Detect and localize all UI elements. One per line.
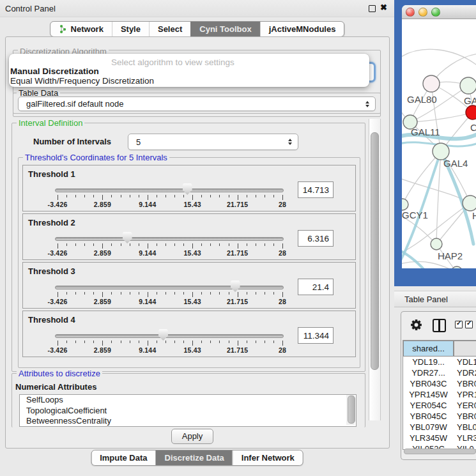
table-cell: YPR145W (403, 390, 454, 399)
network-node-h[interactable] (463, 196, 476, 211)
slider-thumb[interactable] (231, 280, 240, 292)
slider-tick-label: 9.144 (139, 249, 156, 257)
table-row[interactable]: YLR345WYLR3 (403, 433, 476, 443)
tab-label: Select (158, 24, 182, 34)
table-row[interactable]: YDR27...YDR2 (403, 367, 476, 378)
network-node-c[interactable] (466, 105, 476, 119)
table-column-header[interactable]: shared... (403, 341, 454, 357)
network-node-gal80[interactable] (423, 75, 440, 92)
apply-button[interactable]: Apply (171, 429, 213, 444)
number-of-intervals-value: 5 (136, 137, 141, 147)
slider-tick (238, 195, 238, 200)
slider-tick-label: -3.426 (48, 201, 68, 208)
attribute-list-item[interactable]: BetweennessCentrality (20, 416, 356, 427)
table-cell: YLR3 (454, 433, 476, 443)
network-window-titlebar (402, 5, 476, 19)
tab-select[interactable]: Select (149, 22, 190, 36)
slider-tick (157, 195, 157, 197)
table-row[interactable]: YBL079WYBL0 (403, 422, 476, 433)
popup-option-equal-width-frequency[interactable]: Equal Width/Frequency Discretization (10, 76, 154, 86)
table-cell: YBL0 (454, 422, 476, 432)
columns-icon[interactable] (433, 319, 446, 332)
slider-track[interactable] (55, 237, 284, 241)
table-cell: YBL079W (403, 422, 454, 432)
numerical-attributes-list[interactable]: SelfLoopsTopologicalCoefficientBetweenne… (19, 394, 357, 427)
table-column-header[interactable]: n (454, 341, 476, 357)
attribute-list-item[interactable]: TopologicalCoefficient (20, 406, 356, 417)
close-traffic-icon[interactable] (406, 8, 415, 17)
table-cell: YLR345W (403, 433, 454, 443)
slider-tick (102, 341, 103, 346)
combo-stepper-icon (288, 139, 292, 145)
network-node-hap2[interactable] (431, 238, 442, 250)
slider-tick (58, 292, 58, 297)
mode-tab-infer-network[interactable]: Infer Network (233, 450, 303, 465)
threshold-label: Threshold 3 (28, 266, 75, 276)
close-icon[interactable]: ✖ (380, 3, 387, 12)
minimize-traffic-icon[interactable] (418, 8, 427, 17)
network-node-label: GAL80 (407, 94, 437, 105)
gear-icon[interactable] (410, 318, 423, 332)
control-panel-titlebar (0, 0, 394, 17)
table-row[interactable]: YPR145WYPR1 (403, 389, 476, 400)
list-scrollbar-thumb[interactable] (348, 395, 355, 424)
table-hscrollbar-thumb[interactable] (404, 449, 476, 454)
network-node-gcy1[interactable] (402, 199, 408, 210)
slider-tick-label: 21.715 (227, 201, 248, 208)
table-row[interactable]: YDL19...YDL1 (403, 357, 476, 367)
threshold-value-field[interactable]: 14.713 (298, 181, 334, 198)
threshold-value-field[interactable]: 11.344 (298, 327, 334, 344)
network-node-ga[interactable] (460, 77, 476, 94)
slider-tick (102, 243, 103, 249)
network-node-label: GA (464, 95, 476, 106)
slider-track[interactable] (55, 334, 284, 338)
popup-option-manual-discretization[interactable]: Manual Discretization (10, 66, 99, 76)
attribute-list-item[interactable]: SelfLoops (20, 395, 356, 406)
slider-track[interactable] (55, 286, 284, 289)
slider-tick (102, 195, 103, 200)
checkbox-icon[interactable]: ✓ (455, 321, 463, 328)
tab-cyni-toolbox[interactable]: Cyni Toolbox (190, 22, 259, 36)
table-row[interactable]: YBR043CYBR0 (403, 378, 476, 389)
network-canvas[interactable]: GAL80GACGAL11GAL4GCY1HHAP2 (402, 19, 476, 268)
slider-tick (139, 292, 139, 295)
slider-thumb[interactable] (123, 232, 132, 243)
slider-tick-label: 21.715 (227, 249, 248, 257)
checkbox-icon[interactable]: ✓ (465, 321, 473, 328)
slider-tick-label: 9.144 (139, 346, 156, 354)
bottom-tab-bar: Impute DataDiscretize DataInfer Network (91, 450, 303, 466)
slider-tick-label: 28 (279, 298, 286, 305)
network-node-label: GAL4 (443, 158, 468, 169)
number-of-intervals-combo[interactable]: 5 (128, 134, 298, 150)
slider-tick (66, 195, 67, 197)
slider-tick (256, 341, 256, 343)
slider-thumb[interactable] (158, 329, 168, 341)
slider-thumb[interactable] (183, 183, 192, 195)
select-columns-icons[interactable]: ✓ ✓ (455, 321, 473, 328)
mode-tab-discretize-data[interactable]: Discretize Data (156, 450, 233, 465)
zoom-traffic-icon[interactable] (431, 8, 440, 17)
tab-jactivemnodules[interactable]: jActiveMNodules (260, 22, 344, 36)
threshold-label: Threshold 4 (28, 315, 75, 325)
slider-tick (165, 195, 166, 197)
threshold-value-field[interactable]: 21.4 (298, 279, 334, 295)
slider-tick (121, 243, 121, 246)
slider-track[interactable] (55, 188, 284, 192)
table-data-combo[interactable]: galFiltered.sif default node (18, 96, 376, 111)
tab-style[interactable]: Style (112, 22, 149, 36)
threshold-panel: Threshold 3-3.4262.8599.14415.4321.71528… (22, 262, 356, 309)
content-scrollbar-thumb[interactable] (371, 132, 379, 370)
tab-network[interactable]: Network (50, 22, 112, 36)
slider-tick (139, 243, 139, 246)
threshold-value-field[interactable]: 6.316 (298, 230, 334, 247)
slider-tick (219, 243, 220, 246)
table-row[interactable]: YBR045CYBR0 (403, 411, 476, 422)
slider-tick-label: 28 (279, 201, 286, 208)
slider-tick (84, 243, 85, 246)
network-window: GAL80GACGAL11GAL4GCY1HHAP2 (402, 5, 476, 268)
float-window-icon[interactable] (369, 5, 376, 12)
slider-tick-label: 21.715 (227, 298, 248, 305)
table-row[interactable]: YER054CYER0 (403, 400, 476, 411)
mode-tab-impute-data[interactable]: Impute Data (91, 450, 155, 465)
slider-tick (174, 292, 175, 295)
